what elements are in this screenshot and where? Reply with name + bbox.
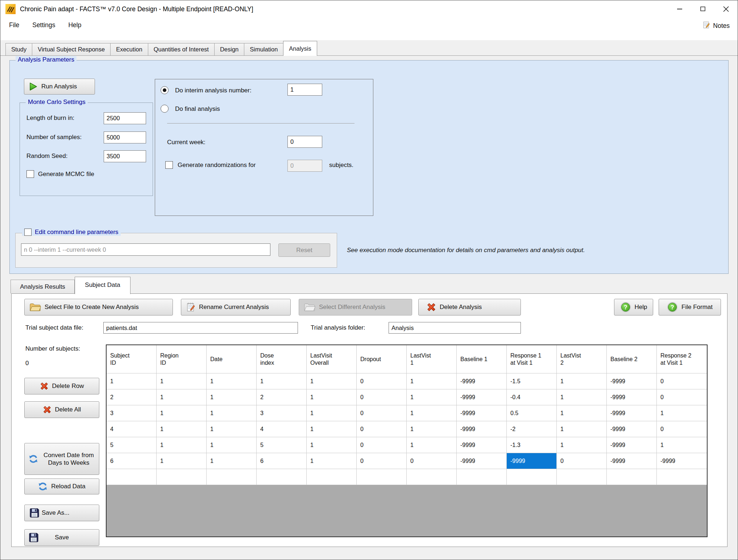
samples-input[interactable] — [104, 131, 146, 143]
column-header[interactable]: Dose index — [257, 345, 307, 373]
tab-analysis[interactable]: Analysis — [283, 41, 317, 56]
table-cell[interactable]: -0.4 — [507, 389, 557, 405]
column-header[interactable]: LastVist 1 — [407, 345, 457, 373]
table-cell[interactable]: 1 — [207, 389, 257, 405]
table-cell[interactable]: -2 — [507, 421, 557, 437]
table-cell[interactable]: 1 — [407, 389, 457, 405]
file-format-button[interactable]: ? File Format — [659, 299, 721, 315]
table-cell[interactable]: 0 — [357, 437, 407, 453]
menu-help[interactable]: Help — [68, 21, 86, 31]
column-header[interactable]: LastVisit Overall — [307, 345, 357, 373]
table-cell[interactable]: 4 — [107, 421, 157, 437]
tab-analysis-results[interactable]: Analysis Results — [11, 280, 75, 293]
table-cell[interactable]: 1 — [307, 373, 357, 389]
maximize-button[interactable] — [691, 0, 714, 18]
tab-subject-data[interactable]: Subject Data — [75, 277, 130, 294]
notes-button[interactable]: Notes — [702, 21, 730, 31]
table-cell[interactable]: 1 — [307, 437, 357, 453]
tab-execution[interactable]: Execution — [110, 43, 148, 55]
randomizations-input[interactable] — [287, 160, 322, 172]
column-header[interactable]: LastVist 2 — [557, 345, 607, 373]
tab-study[interactable]: Study — [5, 43, 32, 55]
table-cell[interactable]: 1 — [407, 437, 457, 453]
table-cell[interactable]: 0 — [557, 453, 607, 469]
table-cell[interactable]: 5 — [107, 437, 157, 453]
table-cell[interactable]: -9999 — [457, 389, 507, 405]
table-cell[interactable]: 1 — [557, 373, 607, 389]
column-header[interactable]: Subject ID — [107, 345, 157, 373]
table-cell-empty[interactable] — [607, 469, 657, 485]
tab-virtual-subject-response[interactable]: Virtual Subject Response — [32, 43, 111, 55]
column-header[interactable]: Baseline 2 — [607, 345, 657, 373]
table-cell[interactable]: 0 — [657, 389, 707, 405]
table-cell[interactable]: 3 — [257, 405, 307, 421]
table-cell-empty[interactable] — [457, 469, 507, 485]
table-cell[interactable]: -9999 — [607, 437, 657, 453]
table-cell[interactable]: 0 — [407, 453, 457, 469]
table-cell-empty[interactable] — [407, 469, 457, 485]
table-cell-empty[interactable] — [307, 469, 357, 485]
table-cell[interactable]: 1 — [157, 437, 207, 453]
reload-data-button[interactable]: Reload Data — [24, 478, 99, 494]
save-as-button[interactable]: Save As... — [24, 505, 99, 521]
table-cell[interactable]: -9999 — [657, 453, 707, 469]
table-cell[interactable]: -9999 — [607, 421, 657, 437]
table-cell[interactable]: 1 — [157, 421, 207, 437]
table-cell[interactable]: -1.5 — [507, 373, 557, 389]
table-cell-empty[interactable] — [557, 469, 607, 485]
column-header[interactable]: Dropout — [357, 345, 407, 373]
table-cell[interactable]: 2 — [107, 389, 157, 405]
table-cell[interactable]: 1 — [257, 373, 307, 389]
menu-file[interactable]: File — [9, 21, 24, 31]
table-cell[interactable]: -1.3 — [507, 437, 557, 453]
table-cell[interactable]: 1 — [407, 421, 457, 437]
table-cell-empty[interactable] — [207, 469, 257, 485]
table-cell[interactable]: -9999 — [457, 405, 507, 421]
table-cell[interactable]: 4 — [257, 421, 307, 437]
interim-number-input[interactable] — [287, 84, 322, 96]
table-cell[interactable]: 0 — [357, 453, 407, 469]
seed-input[interactable] — [104, 150, 146, 162]
cmd-reset-button[interactable]: Reset — [278, 243, 330, 257]
table-cell[interactable]: 1 — [207, 373, 257, 389]
column-header[interactable]: Response 1 at Visit 1 — [507, 345, 557, 373]
table-cell[interactable]: 1 — [307, 421, 357, 437]
table-cell[interactable]: 1 — [307, 405, 357, 421]
table-cell[interactable]: 1 — [207, 405, 257, 421]
table-cell[interactable]: 3 — [107, 405, 157, 421]
burn-in-input[interactable] — [104, 112, 146, 124]
column-header[interactable]: Region ID — [157, 345, 207, 373]
table-cell[interactable]: 1 — [307, 389, 357, 405]
save-button[interactable]: Save — [24, 529, 99, 546]
table-cell[interactable]: 1 — [157, 389, 207, 405]
table-cell[interactable]: 1 — [107, 373, 157, 389]
table-cell[interactable]: 1 — [157, 453, 207, 469]
table-cell[interactable]: -9999 — [607, 405, 657, 421]
column-header[interactable]: Baseline 1 — [457, 345, 507, 373]
table-cell[interactable]: 0.5 — [507, 405, 557, 421]
table-cell[interactable]: -9999 — [457, 453, 507, 469]
cmd-input[interactable] — [21, 243, 270, 256]
help-button[interactable]: ? Help — [614, 299, 653, 315]
final-radio[interactable] — [161, 105, 169, 113]
table-cell[interactable]: 5 — [257, 437, 307, 453]
run-analysis-button[interactable]: Run Analysis — [24, 79, 95, 95]
table-cell[interactable]: 1 — [657, 437, 707, 453]
table-cell-empty[interactable] — [657, 469, 707, 485]
table-cell-empty[interactable] — [507, 469, 557, 485]
convert-date-button[interactable]: Convert Date from Days to Weeks — [24, 443, 99, 475]
table-cell[interactable]: -9999 — [457, 437, 507, 453]
delete-row-button[interactable]: Delete Row — [24, 378, 99, 394]
table-cell[interactable]: 0 — [357, 405, 407, 421]
table-cell[interactable]: 1 — [557, 437, 607, 453]
column-header[interactable]: Response 2 at Visit 1 — [657, 345, 707, 373]
table-cell[interactable]: -9999 — [607, 389, 657, 405]
data-file-input[interactable] — [103, 322, 298, 334]
delete-all-button[interactable]: Delete All — [24, 401, 99, 418]
tab-quantities-of-interest[interactable]: Quantities of Interest — [148, 43, 215, 55]
table-cell[interactable]: 1 — [557, 405, 607, 421]
cmd-edit-checkbox[interactable] — [24, 229, 32, 236]
minimize-button[interactable] — [668, 0, 691, 18]
current-week-input[interactable] — [287, 136, 322, 148]
table-cell[interactable]: 0 — [357, 389, 407, 405]
